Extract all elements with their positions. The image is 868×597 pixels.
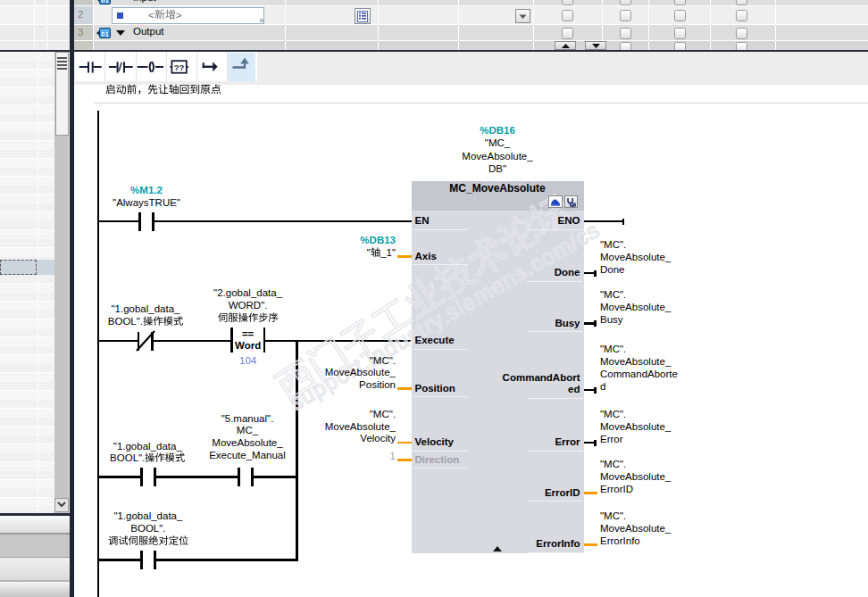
svg-text:01: 01 — [101, 30, 109, 38]
svg-text:01: 01 — [101, 0, 109, 4]
svg-text:??: ?? — [174, 62, 185, 72]
